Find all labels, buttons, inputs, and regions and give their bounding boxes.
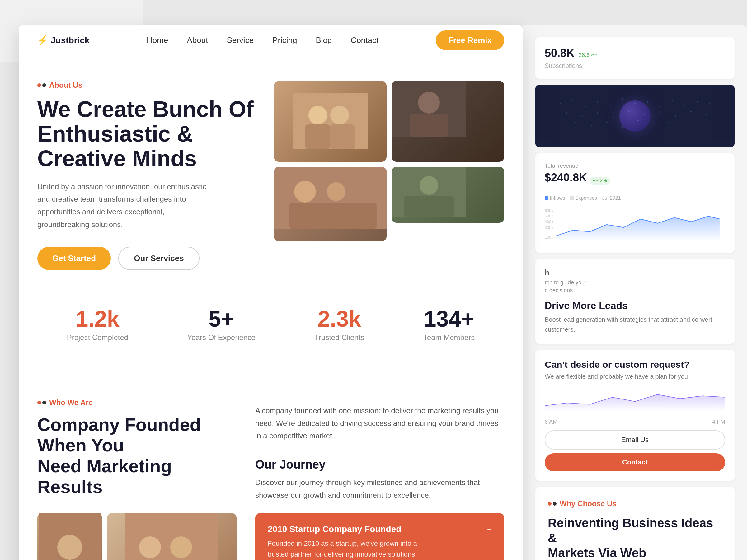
who-right: A company founded with one mission: to d… [255,398,504,560]
search-partial: h [545,268,725,277]
who-title: Company Founded When You Need Marketing … [37,415,236,498]
who-label-row: Who We Are [37,398,236,407]
svg-text:400k: 400k [545,220,553,224]
svg-text:300k: 300k [545,225,553,230]
svg-point-32 [672,100,673,101]
svg-rect-4 [330,125,355,149]
stat-projects-label: Project Completed [67,333,128,342]
svg-point-27 [610,105,611,106]
custom-text: We are flexible and probably we have a p… [545,373,725,380]
stat-experience-number: 5+ [187,308,255,330]
map-card [535,85,735,147]
nav-item-home[interactable]: Home [147,35,168,45]
svg-point-37 [582,115,583,117]
svg-point-48 [591,125,592,126]
revenue-label: Total revenue [545,163,725,169]
hero-description: United by a passion for innovation, our … [37,181,218,231]
nav-links: Home About Service Pricing Blog Contact [147,35,379,45]
svg-rect-7 [410,113,447,137]
free-remix-button[interactable]: Free Remix [436,30,504,50]
svg-point-1 [308,106,327,125]
svg-point-38 [597,112,598,113]
svg-point-2 [330,106,349,125]
get-started-button[interactable]: Get Started [37,247,111,270]
revenue-chart: 600k 500k 400k 300k 100k [545,206,725,243]
dot-red-2 [37,401,41,404]
journey-card-title: 2010 Startup Company Founded [268,524,423,534]
hero-buttons: Get Started Our Services [37,247,255,270]
stat-team: 134+ Team Members [423,308,475,342]
legend-inflows: Inflows [545,195,565,201]
navbar: ⚡ Justbrick Home About Service Pricing B… [19,25,523,56]
dot-red [37,83,41,87]
search-desc2: d decisions. [545,287,725,294]
time-labels: 8 AM 4 PM [545,419,725,425]
svg-point-50 [622,126,623,128]
svg-rect-18 [125,513,218,560]
svg-text:100k: 100k [545,235,553,240]
our-services-button[interactable]: Our Services [118,247,199,270]
brand-name: Justbrick [51,35,89,46]
label-dots [37,83,46,87]
svg-point-13 [419,176,438,195]
journey-card: 2010 Startup Company Founded Founded in … [255,513,504,560]
svg-point-28 [622,98,623,100]
svg-point-19 [139,536,161,558]
legend-expenses: Expenses [570,195,597,201]
svg-point-41 [644,114,645,115]
who-we-are-label: Who We Are [49,398,93,407]
svg-point-23 [560,103,561,104]
nav-item-contact[interactable]: Contact [351,35,379,45]
stat-experience: 5+ Years Of Experience [187,308,255,342]
svg-rect-14 [404,196,454,216]
time-label-am: 8 AM [545,419,558,425]
journey-description: Discover our journey through key milesto… [255,476,504,502]
stat-projects-number: 1.2k [67,308,128,330]
svg-point-33 [684,105,686,106]
who-images [37,513,236,560]
dot-dark-3 [553,502,557,506]
svg-point-53 [669,122,670,123]
logo: ⚡ Justbrick [37,35,89,46]
svg-point-51 [638,120,639,121]
stat-projects: 1.2k Project Completed [67,308,128,342]
leads-card: h rch to guide your d decisions. Drive M… [535,259,735,344]
stat-clients-label: Trusted Clients [314,333,364,342]
custom-title: Can't deside or custom request? [545,359,725,370]
svg-point-24 [572,100,573,101]
who-image-2 [107,513,236,560]
search-desc1: rch to guide your [545,279,725,286]
who-dots [37,401,46,404]
journey-card-icon: − [486,524,492,535]
svg-point-36 [566,112,567,113]
svg-point-31 [659,106,661,107]
leads-title: Drive More Leads [545,300,725,312]
stats-section: 1.2k Project Completed 5+ Years Of Exper… [19,289,523,361]
subscriptions-label: Subscriptions [545,62,725,70]
who-left: Who We Are Company Founded When You Need… [37,398,236,560]
nav-item-pricing[interactable]: Pricing [272,35,297,45]
stat-clients-number: 2.3k [314,308,364,330]
legend-date: Jul 2021 [602,195,621,201]
svg-point-6 [418,92,440,113]
svg-point-20 [170,536,192,558]
svg-rect-3 [305,125,330,149]
contact-button[interactable]: Contact [545,453,725,471]
custom-request-card: Can't deside or custom request? We are f… [535,350,735,481]
section-label-about: About Us [37,81,255,89]
who-description: A company founded with one mission: to d… [255,404,504,443]
nav-item-blog[interactable]: Blog [316,35,332,45]
stat-team-number: 134+ [423,308,475,330]
nav-item-about[interactable]: About [187,35,208,45]
email-us-button[interactable]: Email Us [545,430,725,450]
hero-image-2 [391,81,504,162]
svg-text:500k: 500k [545,214,553,218]
dot-red-3 [548,502,551,506]
hero-title: We Create Bunch Of Enthusiastic & Creati… [37,97,255,171]
nav-item-service[interactable]: Service [227,35,254,45]
stat-clients: 2.3k Trusted Clients [314,308,364,342]
why-choose-card: Why Choose Us Reinventing Business Ideas… [535,487,735,560]
who-image-1 [37,513,102,560]
svg-point-47 [575,122,576,123]
revenue-amount: $240.8K [545,171,587,184]
